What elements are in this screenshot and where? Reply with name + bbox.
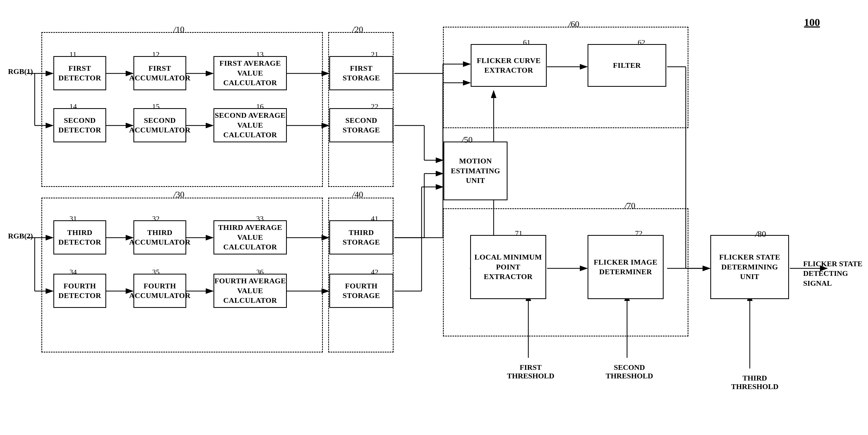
local-min-extractor-block: LOCAL MINIMUMPOINTEXTRACTOR: [470, 235, 546, 299]
diagram: RGB(1) FIRSTDETECTOR 11 FIRSTACCUMULATOR…: [0, 0, 868, 435]
ref-40: /40: [352, 190, 363, 200]
ref-12: 12: [152, 50, 160, 59]
ref-21: 21: [371, 50, 378, 59]
flicker-image-determiner-block: FLICKER IMAGEDETERMINER: [588, 235, 663, 299]
ref-34: 34: [69, 268, 77, 277]
fourth-storage-block: FOURTHSTORAGE: [329, 274, 393, 308]
ref-62: 62: [638, 38, 645, 47]
first-accumulator-block: FIRSTACCUMULATOR: [133, 56, 186, 90]
ref-80: /80: [755, 229, 766, 239]
second-storage-block: SECONDSTORAGE: [329, 108, 393, 142]
third-threshold-label: THIRDTHRESHOLD: [731, 374, 778, 391]
ref-36: 36: [256, 268, 264, 277]
ref-14: 14: [69, 102, 77, 111]
third-storage-block: THIRDSTORAGE: [329, 220, 393, 255]
ref-11: 11: [69, 50, 76, 59]
ref-35: 35: [152, 268, 160, 277]
flicker-state-signal-label: FLICKER STATEDETECTING SIGNAL: [803, 259, 865, 288]
second-avg-calc-block: SECOND AVERAGEVALUE CALCULATOR: [214, 108, 287, 142]
first-storage-block: FIRSTSTORAGE: [329, 56, 393, 90]
ref-33: 33: [256, 214, 264, 223]
ref-72: 72: [635, 229, 643, 238]
ref-15: 15: [152, 102, 160, 111]
flicker-state-determining-block: FLICKER STATEDETERMININGUNIT: [710, 235, 789, 299]
ref-61: 61: [523, 38, 530, 47]
ref-10: /10: [174, 25, 184, 34]
second-detector-block: SECONDDETECTOR: [53, 108, 106, 142]
ref-20: /20: [352, 25, 363, 34]
fourth-avg-calc-block: FOURTH AVERAGEVALUE CALCULATOR: [214, 274, 287, 308]
ref-50: /50: [462, 135, 472, 145]
ref-71: 71: [515, 229, 523, 238]
ref-30: /30: [174, 190, 184, 200]
first-detector-block: FIRSTDETECTOR: [53, 56, 106, 90]
third-detector-block: THIRDDETECTOR: [53, 220, 106, 255]
third-avg-calc-block: THIRD AVERAGEVALUE CALCULATOR: [214, 220, 287, 255]
ref-16: 16: [256, 102, 264, 111]
ref-22: 22: [371, 102, 378, 111]
ref-42: 42: [371, 268, 378, 277]
second-threshold-label: SECONDTHRESHOLD: [606, 363, 653, 380]
third-accumulator-block: THIRDACCUMULATOR: [133, 220, 186, 255]
ref-60: /60: [568, 19, 579, 29]
rgb2-label: RGB(2): [8, 232, 33, 240]
flicker-curve-extractor-block: FLICKER CURVEEXTRACTOR: [471, 44, 547, 87]
ref-31: 31: [69, 214, 77, 223]
ref-32: 32: [152, 214, 160, 223]
first-threshold-label: FIRSTTHRESHOLD: [507, 363, 554, 380]
ref-13: 13: [256, 50, 264, 59]
motion-estimating-block: MOTIONESTIMATINGUNIT: [443, 142, 507, 200]
filter-block: FILTER: [588, 44, 666, 87]
rgb1-label: RGB(1): [8, 67, 33, 76]
fourth-detector-block: FOURTHDETECTOR: [53, 274, 106, 308]
ref-41: 41: [371, 214, 378, 223]
ref-70: /70: [624, 201, 635, 211]
first-avg-calc-block: FIRST AVERAGEVALUE CALCULATOR: [214, 56, 287, 90]
ref-100: 100: [804, 16, 820, 29]
fourth-accumulator-block: FOURTHACCUMULATOR: [133, 274, 186, 308]
second-accumulator-block: SECONDACCUMULATOR: [133, 108, 186, 142]
